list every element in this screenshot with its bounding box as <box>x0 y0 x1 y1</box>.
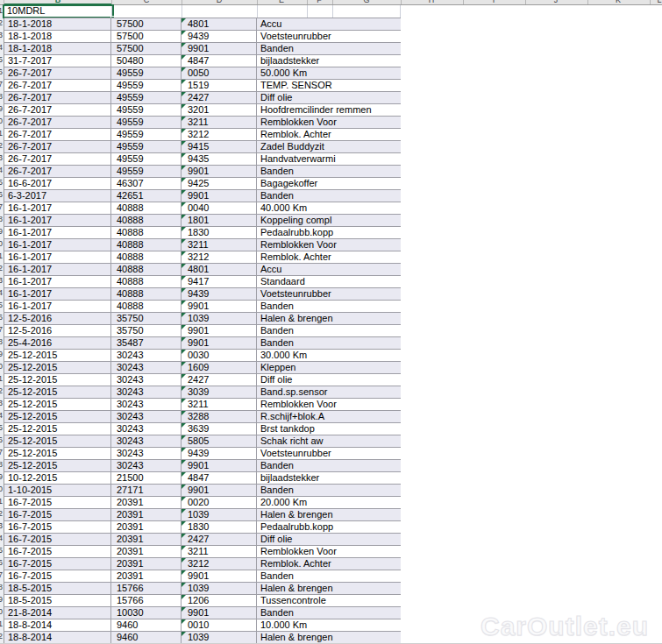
cell-date[interactable]: 16-7-2015 <box>4 558 111 570</box>
cell-date[interactable]: 26-7-2017 <box>4 141 111 152</box>
cell-odometer[interactable]: 49559 <box>111 166 182 177</box>
table-row[interactable]: 25-12-2015302433211Remblokken Voor <box>4 399 401 411</box>
cell-date[interactable]: 18-8-2014 <box>4 632 111 643</box>
row-number[interactable]: 45 <box>0 545 3 557</box>
cell-odometer[interactable]: 49559 <box>111 153 182 165</box>
cell-odometer[interactable]: 27171 <box>111 485 182 496</box>
cell-description[interactable]: bijlaadstekker <box>257 55 401 67</box>
cell-description[interactable]: Diff olie <box>257 92 401 103</box>
table-row[interactable]: 25-12-2015302439901Banden <box>4 460 401 472</box>
row-number[interactable]: 16 <box>0 189 3 202</box>
cell-date[interactable]: 16-1-2017 <box>4 239 111 251</box>
cell-date[interactable]: 18-1-2018 <box>4 31 111 42</box>
table-row[interactable]: 25-12-2015302433039Band.sp.sensor <box>4 386 401 399</box>
row-number[interactable]: 44 <box>0 533 3 545</box>
cell-date[interactable]: 26-7-2017 <box>4 117 111 128</box>
row-number[interactable]: 13 <box>0 152 3 165</box>
cell-description[interactable]: Diff olie <box>257 374 401 386</box>
cell-date[interactable]: 26-7-2017 <box>4 80 111 91</box>
cell-description[interactable]: Remblok. Achter <box>257 129 401 140</box>
cell-service-code[interactable]: 9415 <box>182 141 257 152</box>
row-number[interactable]: 12 <box>0 140 3 152</box>
table-row[interactable]: 25-12-2015302435805Schak richt aw <box>4 435 401 448</box>
cell-description[interactable]: 50.000 Km <box>257 67 401 79</box>
cell-date[interactable]: 16-7-2015 <box>4 534 111 545</box>
row-number[interactable]: 47 <box>0 570 3 582</box>
table-row[interactable]: 16-7-2015203919901Banden <box>4 570 401 583</box>
row-number[interactable]: 28 <box>0 336 3 349</box>
cell-odometer[interactable]: 20391 <box>111 534 182 545</box>
cell-odometer[interactable]: 9460 <box>111 619 182 631</box>
cell-description[interactable]: Banden <box>257 607 401 619</box>
cell-service-code[interactable]: 4801 <box>182 18 257 30</box>
row-number[interactable]: 25 <box>0 300 3 312</box>
table-row[interactable]: 26-7-2017495593201Hoofdremcilinder remme… <box>4 104 401 117</box>
cell-odometer[interactable]: 49559 <box>111 141 182 152</box>
cell-service-code[interactable]: 4847 <box>182 472 257 484</box>
cell-odometer[interactable]: 49559 <box>111 104 182 116</box>
table-row[interactable]: 16-1-2017408884801Accu <box>4 264 401 276</box>
table-row[interactable]: 1-10-2015271719901Banden <box>4 485 401 497</box>
table-row[interactable]: 18-1-2018575009901Banden <box>4 43 401 55</box>
row-number[interactable]: 3 <box>0 30 3 42</box>
cell-odometer[interactable]: 30243 <box>111 374 182 386</box>
cell-odometer[interactable]: 57500 <box>111 31 182 42</box>
column-header-d[interactable]: D <box>212 0 226 4</box>
cell-odometer[interactable]: 30243 <box>111 448 182 459</box>
cell-description[interactable]: Banden <box>257 570 401 582</box>
cell-description[interactable]: 40.000 Km <box>257 202 401 214</box>
row-number[interactable]: 26 <box>0 312 3 324</box>
table-row[interactable]: 26-7-2017495599435Handvatverwarmi <box>4 153 401 166</box>
row-number[interactable]: 23 <box>0 275 3 287</box>
row-number[interactable]: 4 <box>0 42 3 54</box>
cell-service-code[interactable]: 3039 <box>182 386 257 398</box>
cell-service-code[interactable]: 1801 <box>182 215 257 226</box>
row-number[interactable]: 15 <box>0 177 3 189</box>
cell-service-code[interactable]: 1609 <box>182 362 257 373</box>
cell-service-code[interactable]: 3288 <box>182 411 257 422</box>
cell-service-code[interactable]: 2427 <box>182 92 257 103</box>
cell-service-code[interactable]: 4847 <box>182 55 257 67</box>
row-number[interactable]: 34 <box>0 410 3 422</box>
cell-date[interactable]: 25-4-2016 <box>4 337 111 349</box>
cell-description[interactable]: Banden <box>257 301 401 312</box>
cell-odometer[interactable]: 21500 <box>111 472 182 484</box>
cell-description[interactable]: Koppeling compl <box>257 215 401 226</box>
table-row[interactable]: 25-12-2015302431609Kleppen <box>4 362 401 374</box>
cell-odometer[interactable]: 10030 <box>111 607 182 619</box>
table-row[interactable]: 26-7-2017495593212Remblok. Achter <box>4 129 401 141</box>
table-row[interactable]: 18-5-2015157661206Tussencontrole <box>4 595 401 607</box>
cell-odometer[interactable]: 30243 <box>111 350 182 361</box>
cell-service-code[interactable]: 3212 <box>182 558 257 570</box>
cell-description[interactable]: Pedaalrubb.kopp <box>257 227 401 238</box>
row-number[interactable]: 27 <box>0 324 3 336</box>
cell-odometer[interactable]: 20391 <box>111 521 182 533</box>
cell-service-code[interactable]: 9901 <box>182 607 257 619</box>
row-number[interactable]: 6 <box>0 67 3 79</box>
cell-service-code[interactable]: 9901 <box>182 570 257 582</box>
table-row[interactable]: 16-1-2017408889901Banden <box>4 301 401 313</box>
table-row[interactable]: 16-7-2015203911039Halen & brengen <box>4 509 401 521</box>
cell-odometer[interactable]: 30243 <box>111 423 182 435</box>
row-number[interactable]: 17 <box>0 202 3 214</box>
column-header-c[interactable]: C <box>139 0 153 4</box>
cell-service-code[interactable]: 3639 <box>182 423 257 435</box>
row-number[interactable]: 29 <box>0 349 3 361</box>
cell-odometer[interactable]: 46307 <box>111 178 182 189</box>
column-header-e[interactable]: E <box>274 0 288 4</box>
cell-service-code[interactable]: 5805 <box>182 435 257 447</box>
row-number[interactable]: 14 <box>0 165 3 177</box>
cell-date[interactable]: 16-7-2015 <box>4 521 111 533</box>
cell-service-code[interactable]: 3211 <box>182 239 257 251</box>
cell-odometer[interactable]: 35750 <box>111 313 182 324</box>
cell-service-code[interactable]: 9901 <box>182 43 257 54</box>
cell-service-code[interactable]: 0040 <box>182 202 257 214</box>
cell-date[interactable]: 16-1-2017 <box>4 288 111 300</box>
row-number[interactable]: 46 <box>0 557 3 570</box>
cell-date[interactable]: 25-12-2015 <box>4 399 111 410</box>
table-row[interactable]: 16-7-2015203913212Remblok. Achter <box>4 558 401 570</box>
cell-date[interactable]: 16-7-2015 <box>4 509 111 520</box>
cell-service-code[interactable]: 0050 <box>182 67 257 79</box>
row-number[interactable]: 37 <box>0 447 3 459</box>
cell-date[interactable]: 26-7-2017 <box>4 67 111 79</box>
